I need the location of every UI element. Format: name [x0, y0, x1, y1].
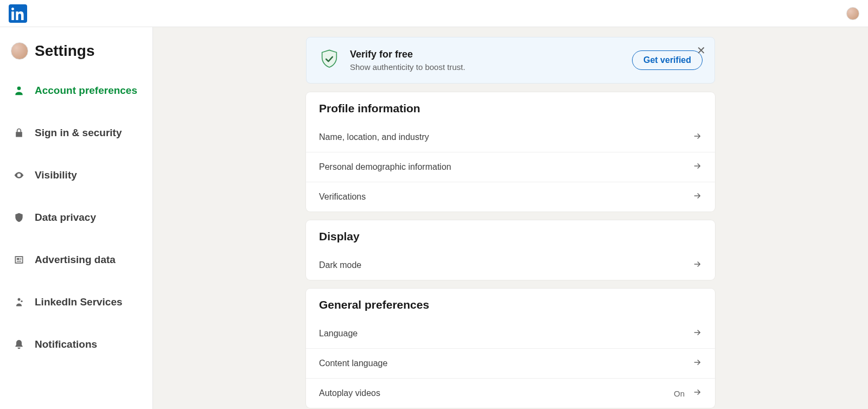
person-icon: [13, 85, 25, 97]
bell-icon: [13, 338, 25, 350]
profile-avatar-top[interactable]: [846, 7, 859, 20]
display-card: Display Dark mode: [306, 220, 715, 280]
main-content: Verify for free Show authenticity to boo…: [153, 27, 868, 409]
row-label: Dark mode: [319, 260, 361, 270]
svg-point-1: [18, 298, 21, 301]
card-title: Profile information: [306, 102, 715, 119]
sidebar-item-linkedin-services[interactable]: LinkedIn Services: [11, 291, 142, 314]
newspaper-icon: [13, 254, 25, 266]
svg-point-0: [17, 87, 21, 91]
profile-avatar-side[interactable]: [11, 42, 28, 60]
row-label: Language: [319, 329, 358, 338]
profile-information-card: Profile information Name, location, and …: [306, 92, 715, 212]
sidebar-item-label: Data privacy: [35, 212, 96, 223]
sidebar-item-notifications[interactable]: Notifications: [11, 333, 142, 356]
sidebar: Settings Account preferences Sign in & s…: [0, 27, 153, 409]
banner-close-button[interactable]: ✕: [697, 45, 706, 56]
sidebar-item-account-preferences[interactable]: Account preferences: [11, 79, 142, 102]
row-label: Personal demographic information: [319, 162, 451, 172]
sidebar-item-label: Notifications: [35, 338, 97, 350]
row-dark-mode[interactable]: Dark mode: [306, 251, 715, 280]
row-label: Name, location, and industry: [319, 132, 429, 142]
person-badge-icon: [13, 296, 25, 308]
sidebar-item-sign-in-security[interactable]: Sign in & security: [11, 122, 142, 144]
sidebar-item-visibility[interactable]: Visibility: [11, 164, 142, 187]
top-bar: [0, 0, 868, 27]
arrow-right-icon: [692, 357, 702, 369]
shield-check-icon: [318, 48, 340, 72]
sidebar-header: Settings: [11, 42, 142, 60]
sidebar-item-label: Advertising data: [35, 254, 116, 266]
sidebar-item-label: Sign in & security: [35, 127, 122, 139]
lock-icon: [13, 127, 25, 139]
close-icon: ✕: [697, 44, 706, 56]
eye-icon: [13, 169, 25, 181]
row-content-language[interactable]: Content language: [306, 348, 715, 378]
banner-subtitle: Show authenticity to boost trust.: [350, 62, 622, 72]
row-label: Autoplay videos: [319, 388, 380, 398]
row-value: On: [674, 389, 685, 398]
row-label: Content language: [319, 359, 387, 368]
arrow-right-icon: [692, 161, 702, 173]
arrow-right-icon: [692, 387, 702, 399]
row-verifications[interactable]: Verifications: [306, 182, 715, 212]
arrow-right-icon: [692, 131, 702, 143]
sidebar-item-label: LinkedIn Services: [35, 296, 123, 308]
arrow-right-icon: [692, 328, 702, 340]
shield-icon: [13, 212, 25, 223]
sidebar-item-data-privacy[interactable]: Data privacy: [11, 206, 142, 229]
sidebar-item-advertising-data[interactable]: Advertising data: [11, 248, 142, 271]
sidebar-item-label: Visibility: [35, 169, 77, 181]
row-personal-demographic[interactable]: Personal demographic information: [306, 152, 715, 182]
row-name-location-industry[interactable]: Name, location, and industry: [306, 123, 715, 152]
row-language[interactable]: Language: [306, 319, 715, 348]
card-title: Display: [306, 230, 715, 247]
sidebar-item-label: Account preferences: [35, 85, 137, 97]
linkedin-logo[interactable]: [9, 4, 27, 23]
card-title: General preferences: [306, 298, 715, 316]
arrow-right-icon: [692, 259, 702, 271]
arrow-right-icon: [692, 191, 702, 203]
row-label: Verifications: [319, 192, 366, 202]
verify-banner: Verify for free Show authenticity to boo…: [306, 37, 715, 84]
page-title: Settings: [35, 42, 94, 60]
general-preferences-card: General preferences Language Content lan…: [306, 289, 715, 408]
banner-title: Verify for free: [350, 49, 622, 60]
svg-point-2: [21, 301, 22, 302]
get-verified-button[interactable]: Get verified: [632, 50, 703, 70]
row-autoplay-videos[interactable]: Autoplay videos On: [306, 378, 715, 408]
